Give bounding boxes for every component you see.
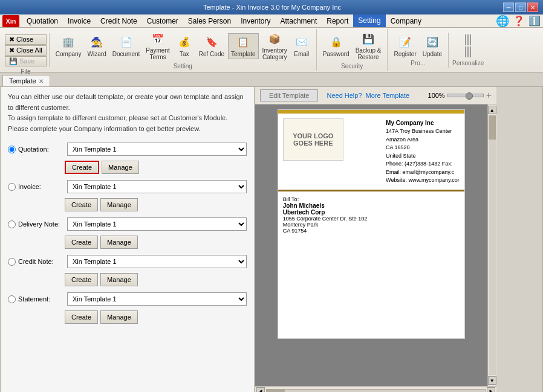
zoom-control: 100% + <box>428 90 492 101</box>
need-help-link[interactable]: Need Help? <box>327 92 362 99</box>
setting-group-label: Setting <box>53 62 313 69</box>
update-btn[interactable]: 🔄 Update <box>420 34 444 59</box>
invoice-manage-button[interactable]: Manage <box>100 198 138 211</box>
scroll-v-track[interactable] <box>489 115 496 375</box>
company-toolbar-btn[interactable]: 🏢 Company <box>53 34 84 59</box>
close-all-button[interactable]: ✖ Close All <box>5 45 47 56</box>
close-window-button[interactable]: ✕ <box>527 2 538 12</box>
wizard-icon: 🧙 <box>89 35 104 50</box>
xin-logo: Xin <box>2 15 19 27</box>
save-button[interactable]: 💾 Save <box>5 56 47 66</box>
statement-select[interactable]: Xin Template 1 <box>67 292 247 306</box>
invoice-radio-label[interactable]: Invoice: <box>8 183 62 191</box>
quotation-select[interactable]: Xin Template 1 <box>67 143 247 156</box>
delivery-manage-button[interactable]: Manage <box>100 236 138 249</box>
zoom-plus-button[interactable]: + <box>486 90 492 101</box>
scroll-h-thumb[interactable] <box>267 390 285 393</box>
invoice-create-button[interactable]: Create <box>65 198 98 211</box>
document-btn[interactable]: 📄 Document <box>110 34 143 59</box>
tab-close-button[interactable]: ✕ <box>39 78 44 85</box>
menu-customer[interactable]: Customer <box>142 14 183 27</box>
desc-line1: You can either use our default template,… <box>8 92 247 113</box>
zoom-slider[interactable] <box>447 94 484 97</box>
template-tab[interactable]: Template ✕ <box>2 75 50 86</box>
preview-page: YOUR LOGO GOES HERE My Company Inc 147A … <box>278 109 465 339</box>
credit-manage-button[interactable]: Manage <box>100 273 138 286</box>
email-btn[interactable]: ✉️ Email <box>291 34 313 59</box>
scroll-down-arrow[interactable]: ▼ <box>488 376 496 385</box>
scroll-right-arrow[interactable]: ► <box>487 387 495 393</box>
register-btn[interactable]: 📝 Register <box>391 34 418 59</box>
delivery-create-button[interactable]: Create <box>65 236 98 249</box>
menu-inventory[interactable]: Inventory <box>236 14 275 27</box>
delivery-btn-group: Create Manage <box>65 236 247 249</box>
statement-radio[interactable] <box>8 295 16 303</box>
maximize-button[interactable]: □ <box>515 2 526 12</box>
vertical-scrollbar[interactable]: ▲ ▼ <box>487 104 496 386</box>
menu-quotation[interactable]: Quotation <box>22 14 63 27</box>
zoom-thumb[interactable] <box>466 92 473 100</box>
credit-create-button[interactable]: Create <box>65 273 98 286</box>
pers-btn-3[interactable] <box>470 34 471 45</box>
delivery-radio-label[interactable]: Delivery Note: <box>8 220 62 228</box>
scroll-h-track[interactable] <box>266 389 486 393</box>
wizard-btn[interactable]: 🧙 Wizard <box>85 34 109 59</box>
credit-btn-group: Create Manage <box>65 273 247 286</box>
invoice-btn-group: Create Manage <box>65 198 247 211</box>
credit-select[interactable]: Xin Template 1 <box>67 255 247 268</box>
statement-radio-label[interactable]: Statement: <box>8 295 62 303</box>
menu-attachment[interactable]: Attachment <box>276 14 322 27</box>
menu-report[interactable]: Report <box>322 14 353 27</box>
inventory-category-btn[interactable]: 📦 InventoryCategory <box>260 30 290 62</box>
pers-btn-6[interactable] <box>470 47 471 57</box>
quotation-radio[interactable] <box>8 146 16 153</box>
minimize-button[interactable]: ─ <box>503 2 514 12</box>
tax-icon: 💰 <box>177 35 192 50</box>
pers-btn-4[interactable] <box>465 47 466 57</box>
pers-btn-2[interactable] <box>467 34 469 45</box>
delivery-select[interactable]: Xin Template 1 <box>67 217 247 231</box>
tab-bar: Template ✕ <box>0 72 543 86</box>
menu-sales-person[interactable]: Sales Person <box>183 14 236 27</box>
refcode-btn[interactable]: 🔖 Ref Code <box>197 34 227 59</box>
menu-setting[interactable]: Setting <box>353 14 385 27</box>
close-button[interactable]: ✖ Close <box>5 34 47 45</box>
menu-company[interactable]: Company <box>386 14 426 27</box>
quotation-manage-button[interactable]: Manage <box>102 161 139 174</box>
menu-credit-note[interactable]: Credit Note <box>96 14 142 27</box>
invoice-radio[interactable] <box>8 183 16 191</box>
more-template-link[interactable]: More Template <box>366 92 410 99</box>
backup-btn[interactable]: 💾 Backup &Restore <box>353 30 384 62</box>
backup-icon: 💾 <box>361 31 376 46</box>
file-label: File <box>5 68 47 75</box>
credit-radio-label[interactable]: Credit Note: <box>8 258 62 266</box>
payment-btn[interactable]: 📅 PaymentTerms <box>143 30 172 62</box>
statement-manage-button[interactable]: Manage <box>100 310 138 324</box>
menu-invoice[interactable]: Invoice <box>63 14 96 27</box>
preview-scroll[interactable]: YOUR LOGO GOES HERE My Company Inc 147A … <box>255 104 487 386</box>
help-icon[interactable]: ❓ <box>513 15 525 27</box>
horizontal-scrollbar[interactable]: ◄ ► <box>255 386 496 392</box>
tax-btn[interactable]: 💰 Tax <box>174 34 195 59</box>
template-btn[interactable]: 📋 Template <box>228 33 259 59</box>
delivery-note-row: Delivery Note: Xin Template 1 Create Man… <box>8 217 247 249</box>
scroll-v-thumb[interactable] <box>489 115 496 140</box>
quotation-create-button[interactable]: Create <box>65 161 99 174</box>
quotation-radio-label[interactable]: Quotation: <box>8 146 62 153</box>
edit-template-button[interactable]: Edit Template <box>260 89 318 101</box>
globe-icon[interactable]: 🌐 <box>496 14 509 28</box>
company-addr4: United State <box>386 152 460 161</box>
email-icon: ✉️ <box>294 35 309 50</box>
credit-radio[interactable] <box>8 258 16 266</box>
invoice-select[interactable]: Xin Template 1 <box>67 180 247 193</box>
password-btn[interactable]: 🔒 Password <box>320 30 352 62</box>
scroll-up-arrow[interactable]: ▲ <box>488 106 496 114</box>
statement-create-button[interactable]: Create <box>65 310 98 324</box>
scroll-left-arrow[interactable]: ◄ <box>256 387 265 393</box>
pers-btn-5[interactable] <box>467 47 469 57</box>
zoom-level: 100% <box>428 92 445 99</box>
security-group: 🔒 Password 💾 Backup &Restore Security <box>317 29 388 71</box>
delivery-radio[interactable] <box>8 220 16 228</box>
info-icon[interactable]: ℹ️ <box>528 15 541 27</box>
pers-btn-1[interactable] <box>465 34 466 45</box>
